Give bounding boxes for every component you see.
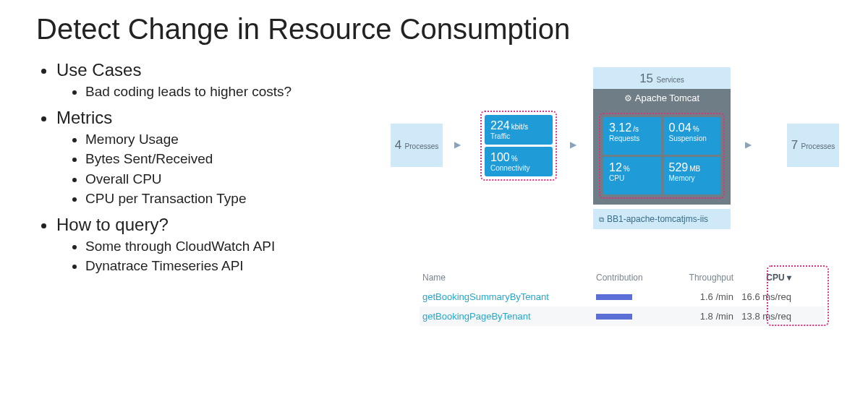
col-header-cpu: CPU ▾ (741, 273, 796, 283)
metric-value-row: 100% (490, 151, 547, 164)
metric-label: Traffic (490, 132, 547, 140)
metric-value: 224 (490, 119, 510, 132)
metric-unit: % (624, 165, 630, 173)
table-row: getBookingSummaryByTenant 1.6 /min 16.6 … (420, 287, 825, 307)
sub-bullet: CPU per Transaction Type (85, 189, 383, 209)
count-number: 15 (639, 72, 653, 85)
sub-bullets-how: Some through CloudWatch API Dynatrace Ti… (56, 236, 383, 276)
sub-bullet: Dynatrace Timeseries API (85, 256, 383, 276)
metric-requests: 3.12/s Requests (603, 117, 661, 155)
metric-value: 0.04 (669, 121, 692, 134)
col-header-throughput: Throughput (668, 273, 741, 283)
contribution-bar (596, 294, 632, 300)
transactions-table: Name Contribution Throughput CPU ▾ getBo… (420, 268, 825, 326)
count-text: Processes (405, 142, 439, 150)
metric-unit: % (511, 155, 518, 163)
tomcat-header: ⚙Apache Tomcat (593, 89, 731, 107)
count-number: 7 (791, 138, 798, 152)
slide-title: Detect Change in Resource Consumption (36, 13, 832, 46)
metric-label: Memory (669, 174, 715, 182)
connectivity-cell: 100% Connectivity (485, 147, 553, 176)
flow-arrow-icon: ▶ (454, 140, 461, 150)
link-icon: ⧉ (599, 215, 604, 223)
throughput-cell: 1.6 /min (668, 291, 741, 302)
cpu-cell: 13.8 ms/req (741, 311, 796, 322)
sub-bullet: Some through CloudWatch API (85, 236, 383, 257)
slide: Detect Change in Resource Consumption Us… (0, 0, 868, 407)
bullet-use-cases: Use Cases Bad coding leads to higher cos… (56, 60, 383, 102)
processes-left-box: 4 Processes (391, 124, 443, 167)
table-row: getBookingPageByTenant 1.8 /min 13.8 ms/… (420, 307, 825, 326)
cpu-cell: 16.6 ms/req (741, 291, 796, 302)
sub-bullet: Bytes Sent/Received (85, 149, 383, 169)
service-name: getBookingPageByTenant (422, 311, 596, 322)
throughput-cell: 1.8 /min (668, 311, 741, 322)
col-header-contribution: Contribution (596, 273, 668, 283)
bullet-label: Metrics (56, 108, 112, 127)
tomcat-header-label: Apache Tomcat (635, 93, 699, 103)
tomcat-icon: ⚙ (624, 93, 632, 103)
host-bar: ⧉BB1-apache-tomcatjms-iis (593, 209, 731, 229)
metric-unit: kbit/s (511, 123, 528, 131)
processes-right-box: 7 Processes (787, 124, 839, 167)
contribution-cell (596, 314, 668, 320)
sub-bullet: Overall CPU (85, 169, 383, 189)
bullet-how-to-query: How to query? Some through CloudWatch AP… (56, 215, 383, 276)
traffic-rate-cell: 224kbit/s Traffic (485, 115, 553, 145)
bullet-label: Use Cases (56, 60, 141, 80)
metric-memory: 529MB Memory (663, 157, 721, 194)
col-header-name: Name (422, 273, 596, 283)
sub-bullet: Bad coding leads to higher costs? (85, 82, 383, 102)
sub-bullet: Memory Usage (85, 129, 383, 150)
service-name: getBookingSummaryByTenant (422, 291, 596, 302)
table-header-row: Name Contribution Throughput CPU ▾ (420, 268, 825, 287)
metric-suspension: 0.04% Suspension (663, 117, 721, 155)
graphics-column: 4 Processes ▶ 224kbit/s Traffic (383, 60, 839, 326)
contribution-cell (596, 294, 668, 300)
bullet-list: Use Cases Bad coding leads to higher cos… (36, 60, 383, 276)
metric-label: Suspension (669, 134, 715, 142)
host-label: BB1-apache-tomcatjms-iis (607, 214, 708, 224)
metric-unit: /s (633, 125, 639, 133)
metric-unit: % (693, 125, 699, 133)
count-label: 4 Processes (395, 138, 439, 153)
metric-cpu: 12% CPU (603, 157, 661, 194)
metric-value: 3.12 (609, 121, 631, 134)
slide-body: Use Cases Bad coding leads to higher cos… (36, 60, 832, 326)
flow-arrow-icon: ▶ (745, 140, 752, 150)
tomcat-block: 15 Services ⚙Apache Tomcat 3.12/s Reques… (593, 67, 731, 229)
traffic-card-highlight: 224kbit/s Traffic 100% Connectivity (480, 111, 557, 181)
count-number: 4 (395, 138, 401, 152)
metric-label: CPU (609, 174, 655, 182)
metric-unit: MB (689, 165, 700, 173)
bullet-label: How to query? (56, 215, 169, 234)
sub-bullets-metrics: Memory Usage Bytes Sent/Received Overall… (56, 129, 383, 209)
metric-value: 529 (669, 161, 689, 173)
metric-value-row: 224kbit/s (490, 119, 547, 132)
service-flow-diagram: 4 Processes ▶ 224kbit/s Traffic (391, 67, 839, 255)
metrics-grid-highlight: 3.12/s Requests 0.04% Suspension 12% CPU (599, 113, 725, 199)
sub-bullets-use-cases: Bad coding leads to higher costs? (56, 82, 383, 102)
metric-value: 12 (609, 161, 622, 173)
count-text: Services (657, 76, 684, 84)
count-label: 7 Processes (791, 138, 835, 153)
bullet-column: Use Cases Bad coding leads to higher cos… (36, 60, 383, 282)
flow-arrow-icon: ▶ (570, 140, 576, 150)
bullet-metrics: Metrics Memory Usage Bytes Sent/Received… (56, 108, 383, 209)
contribution-bar (596, 314, 632, 320)
count-text: Processes (801, 142, 835, 150)
metric-label: Connectivity (490, 164, 547, 172)
metric-value: 100 (490, 151, 510, 163)
services-bar: 15 Services (593, 67, 731, 89)
metrics-frame: 3.12/s Requests 0.04% Suspension 12% CPU (593, 107, 731, 205)
metric-label: Requests (609, 134, 655, 142)
